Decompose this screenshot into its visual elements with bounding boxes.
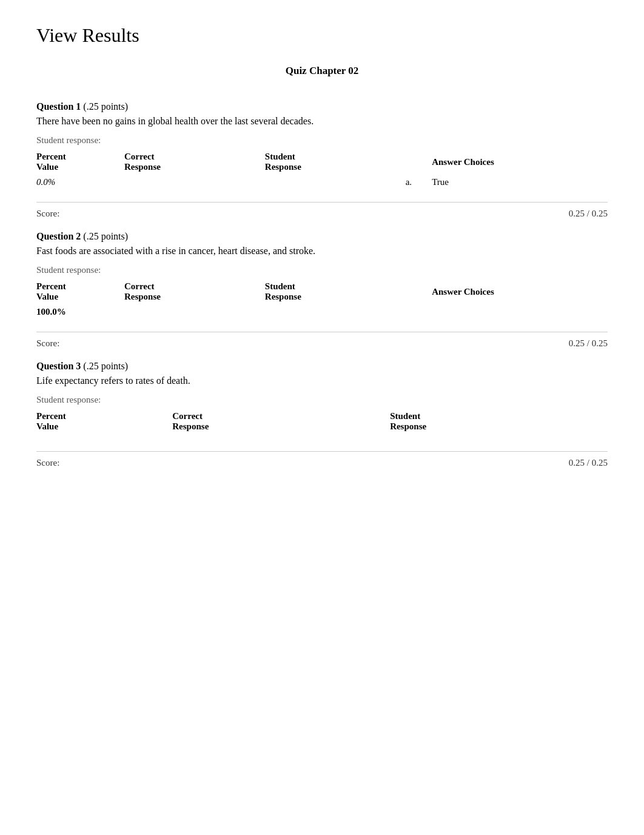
table-row: [36, 434, 608, 439]
col-header-percent: PercentValue: [36, 279, 124, 304]
page-title: View Results: [36, 24, 608, 47]
score-label: Score:: [36, 338, 59, 349]
col-header-answer: Answer Choices: [432, 279, 608, 304]
answer-letter-cell: [406, 304, 432, 320]
answer-letter-cell: a.: [406, 175, 432, 190]
col-header-student: StudentResponse: [265, 149, 406, 175]
student-response-label-3: Student response:: [36, 395, 608, 405]
question-header-2: Question 2 (.25 points): [36, 231, 608, 242]
question-text-2: Fast foods are associated with a rise in…: [36, 246, 608, 257]
question-block-2: Question 2 (.25 points)Fast foods are as…: [36, 231, 608, 349]
correct-response-cell: [124, 175, 265, 190]
score-row-3: Score:0.25 / 0.25: [36, 451, 608, 468]
response-table-1: PercentValueCorrectResponseStudentRespon…: [36, 149, 608, 190]
table-row: 0.0%a.True: [36, 175, 608, 190]
score-label: Score:: [36, 458, 59, 468]
answer-text-cell: [432, 304, 608, 320]
score-value: 0.25 / 0.25: [569, 338, 608, 349]
question-block-3: Question 3 (.25 points)Life expectancy r…: [36, 361, 608, 468]
score-row-2: Score:0.25 / 0.25: [36, 332, 608, 349]
col-header-correct: CorrectResponse: [124, 279, 265, 304]
percent-value-cell: 0.0%: [36, 175, 124, 190]
response-table-3: PercentValueCorrectResponseStudentRespon…: [36, 409, 608, 439]
col-header-percent: PercentValue: [36, 149, 124, 175]
correct-response-cell: [172, 434, 390, 439]
percent-value-cell: [36, 434, 172, 439]
question-header-1: Question 1 (.25 points): [36, 101, 608, 112]
quiz-title: Quiz Chapter 02: [36, 65, 608, 77]
student-response-cell: [265, 304, 406, 320]
col-header-percent: PercentValue: [36, 409, 172, 434]
col-header-student: StudentResponse: [265, 279, 406, 304]
percent-value-cell: 100.0%: [36, 304, 124, 320]
question-text-3: Life expectancy refers to rates of death…: [36, 375, 608, 386]
col-header-correct: CorrectResponse: [172, 409, 390, 434]
response-table-2: PercentValueCorrectResponseStudentRespon…: [36, 279, 608, 320]
score-value: 0.25 / 0.25: [569, 458, 608, 468]
table-row: 100.0%: [36, 304, 608, 320]
questions-container: Question 1 (.25 points)There have been n…: [36, 101, 608, 468]
student-response-cell: [265, 175, 406, 190]
col-header-student: StudentResponse: [390, 409, 608, 434]
col-header-answer: Answer Choices: [432, 149, 608, 175]
student-response-cell: [390, 434, 608, 439]
col-header-correct: CorrectResponse: [124, 149, 265, 175]
score-value: 0.25 / 0.25: [569, 209, 608, 219]
col-header-letter: [406, 149, 432, 175]
student-response-label-2: Student response:: [36, 265, 608, 275]
question-text-1: There have been no gains in global healt…: [36, 116, 608, 127]
answer-text-cell: True: [432, 175, 608, 190]
student-response-label-1: Student response:: [36, 135, 608, 146]
question-block-1: Question 1 (.25 points)There have been n…: [36, 101, 608, 219]
score-label: Score:: [36, 209, 59, 219]
col-header-letter: [406, 279, 432, 304]
correct-response-cell: [124, 304, 265, 320]
question-header-3: Question 3 (.25 points): [36, 361, 608, 372]
score-row-1: Score:0.25 / 0.25: [36, 202, 608, 219]
